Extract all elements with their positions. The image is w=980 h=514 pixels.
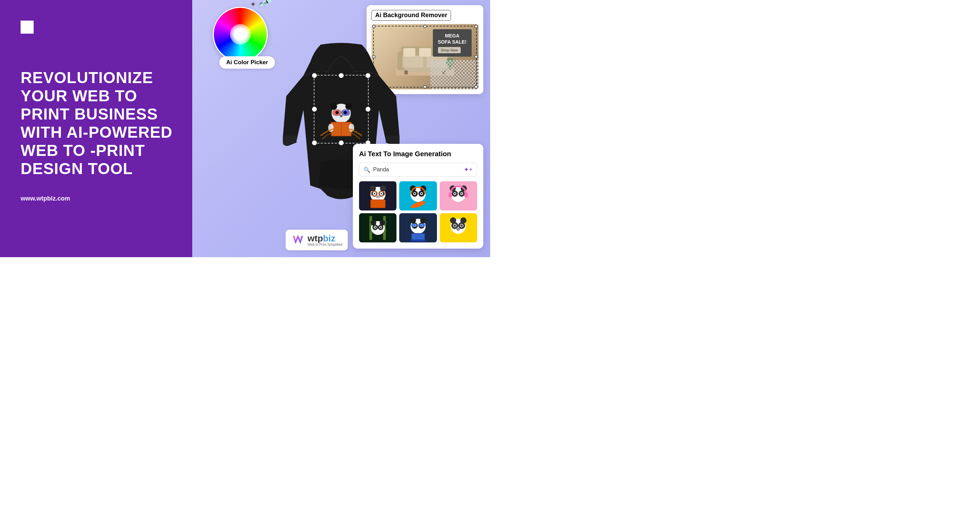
- svg-point-42: [381, 193, 382, 194]
- panda-image-1[interactable]: [359, 181, 396, 210]
- logo-wtp-text: wtp: [307, 233, 323, 243]
- panda-img-2-svg: [404, 182, 432, 210]
- svg-point-41: [374, 193, 375, 194]
- svg-point-55: [414, 193, 415, 194]
- ai-search-bar: 🔍 Panda ✦+: [359, 163, 477, 177]
- svg-point-56: [421, 193, 422, 194]
- svg-rect-68: [465, 193, 468, 197]
- panda-img-3-svg: [444, 182, 472, 210]
- handle-bottom-middle: [423, 85, 427, 89]
- color-wheel: [213, 7, 268, 62]
- shop-now-button[interactable]: Shop Now: [438, 47, 461, 53]
- ai-card-title: Ai Text To Image Generation: [359, 150, 477, 158]
- mega-sale-line1: MEGA: [438, 33, 467, 39]
- svg-rect-91: [411, 224, 417, 227]
- design-handle-tr: [366, 73, 371, 78]
- svg-point-106: [457, 228, 460, 231]
- mega-sofa-sale-text: MEGA SOFA SALE! Shop Now: [433, 29, 472, 57]
- design-handle-ml: [312, 107, 317, 111]
- wtpbiz-w-logo: [291, 233, 305, 247]
- mega-sale-line2: SOFA SALE!: [438, 39, 467, 45]
- logo-main-text: wtpbiz: [307, 234, 342, 243]
- search-icon: 🔍: [364, 167, 371, 173]
- image-grid: [359, 181, 477, 242]
- white-square-decoration: [21, 21, 33, 33]
- svg-point-108: [461, 225, 462, 226]
- svg-point-80: [374, 227, 376, 228]
- design-handle-tm: [339, 73, 344, 78]
- design-handle-tl: [312, 73, 317, 78]
- logo-tagline: Web to Print Simplified: [307, 243, 342, 247]
- design-handle-bm: [339, 140, 344, 145]
- handle-top-left: [372, 25, 375, 28]
- panda-image-2[interactable]: [399, 181, 437, 210]
- search-text: Panda: [373, 167, 461, 173]
- panda-img-1-svg: [364, 182, 391, 210]
- panda-image-4[interactable]: [359, 213, 396, 242]
- panda-img-4-svg: [364, 214, 391, 242]
- color-picker-area: ✦ ✦ 💉 Ai Color Picker: [213, 7, 282, 62]
- eyedropper-icon: 💉: [257, 0, 276, 12]
- panda-image-3[interactable]: [440, 181, 477, 210]
- svg-rect-45: [371, 200, 385, 207]
- design-handles: [314, 75, 369, 143]
- svg-rect-95: [412, 234, 424, 239]
- handle-bottom-right: [474, 85, 478, 89]
- panda-image-6[interactable]: [440, 213, 477, 242]
- svg-rect-67: [449, 193, 452, 197]
- design-handle-mr: [366, 107, 371, 111]
- svg-rect-92: [419, 224, 425, 227]
- logo-biz-text: biz: [323, 233, 336, 243]
- svg-rect-96: [409, 241, 427, 242]
- panda-img-5-svg: [404, 214, 432, 242]
- design-handle-bl: [312, 140, 317, 145]
- svg-point-81: [380, 227, 381, 228]
- svg-point-107: [455, 225, 455, 226]
- main-heading: REVOLUTIONIZE YOUR WEB TO PRINT BUSINESS…: [21, 68, 175, 178]
- bg-remover-label: Ai Background Remover: [371, 10, 451, 21]
- logo-area: wtpbiz Web to Print Simplified: [286, 230, 348, 250]
- panda-image-5[interactable]: [399, 213, 437, 242]
- left-panel: REVOLUTIONIZE YOUR WEB TO PRINT BUSINESS…: [0, 0, 192, 257]
- website-url: www.wtpbiz.com: [21, 195, 175, 202]
- handle-middle-right: [474, 55, 478, 58]
- ai-text-image-card: Ai Text To Image Generation 🔍 Panda ✦+: [353, 144, 483, 248]
- svg-point-65: [454, 193, 455, 194]
- right-panel: ✦ ✦ 💉 Ai Color Picker Ai Background Remo…: [192, 0, 490, 257]
- handle-top-right: [474, 25, 478, 28]
- sparkle-generate-icon[interactable]: ✦+: [464, 166, 473, 173]
- logo-text-area: wtpbiz Web to Print Simplified: [307, 234, 342, 247]
- svg-point-66: [461, 193, 462, 194]
- handle-top-middle: [423, 25, 427, 28]
- color-picker-label: Ai Color Picker: [220, 56, 275, 68]
- panda-img-6-svg: [444, 214, 472, 242]
